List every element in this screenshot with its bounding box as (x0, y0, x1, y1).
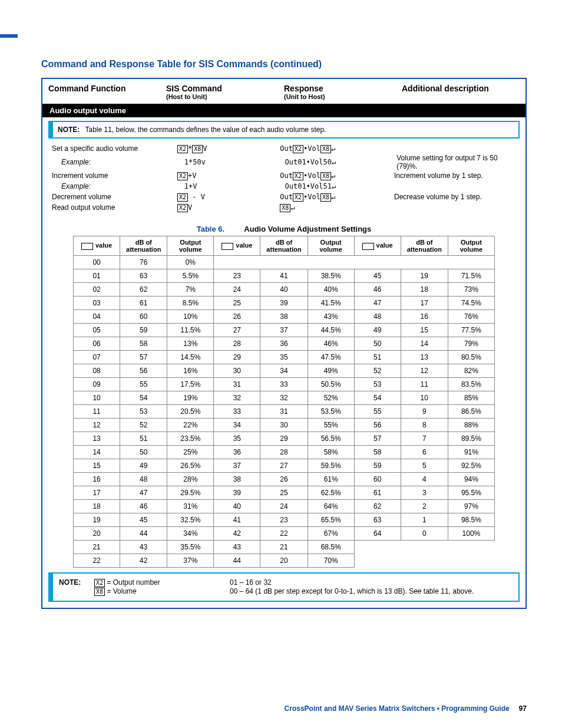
table-row: 105419%323252%541085% (74, 391, 495, 405)
th-sis-sub: (Host to Unit) (166, 93, 284, 100)
command-row: Read output volumeX2VX8↵ (48, 202, 520, 213)
table-caption: Table 6. Audio Volume Adjustment Setting… (42, 225, 525, 233)
th-desc: Additional description (402, 84, 520, 93)
table-row: 184631%402464%62297% (74, 500, 495, 513)
page-footer: CrossPoint and MAV Series Matrix Switche… (41, 704, 527, 713)
table-subheader-row: (Host to Unit) (Unit to Host) (42, 93, 525, 104)
table-row: 00760% (74, 256, 495, 269)
table-number: Table 6. (197, 225, 224, 233)
table-row: 02627%244040%461873% (74, 283, 495, 297)
x8-range: 00 – 64 (1 dB per step except for 0-to-1… (230, 587, 513, 596)
note-bar: NOTE: Table 11, below, the commands defi… (48, 121, 520, 139)
table-row: 095517.5%313350.5%531183.5% (74, 378, 495, 391)
table-row: 01635.5%234138.5%451971.5% (74, 269, 495, 283)
command-row: Example:1+VOut01•Vol51↵ (48, 181, 520, 192)
table-title: Audio Volume Adjustment Settings (244, 225, 371, 233)
table-row: 164828%382661%60494% (74, 473, 495, 486)
command-row: Increment volumeX2+VOutX2•VolX8↵Incremen… (48, 170, 520, 181)
table-row: 204434%422267%640100% (74, 527, 495, 541)
table-row: 194532.5%412365.5%63198.5% (74, 513, 495, 527)
table-row: 214335.5%432168.5% (74, 541, 495, 554)
table-row: 046010%263843%481676% (74, 310, 495, 324)
note-label: NOTE: (58, 126, 80, 134)
x2-icon: X2 (94, 579, 105, 587)
table-header-row: Command Function SIS Command Response Ad… (42, 79, 525, 93)
table-row: 065813%283646%501479% (74, 337, 495, 351)
x8-def: = Volume (107, 587, 136, 595)
th-function: Command Function (48, 84, 166, 93)
table-row: 145025%362858%58691% (74, 446, 495, 459)
page-number: 97 (519, 704, 527, 713)
section-title: Command and Response Table for SIS Comma… (41, 59, 527, 70)
footer-title: CrossPoint and MAV Series Matrix Switche… (285, 704, 510, 713)
table-row: 075714.5%293547.5%511380.5% (74, 351, 495, 364)
table-row: 055911.5%273744.5%491577.5% (74, 324, 495, 337)
th-resp-sub: (Unit to Host) (284, 93, 402, 100)
table-row: 174729.5%392562.5%61395.5% (74, 486, 495, 500)
group-header: Audio output volume (42, 104, 525, 117)
table-row: 224237%442070% (74, 554, 495, 568)
header-accent (0, 34, 18, 38)
command-row: Decrement volumeX2 - VOutX2•VolX8↵Decrea… (48, 192, 520, 202)
table-row: 115320.5%333153.5%55986.5% (74, 405, 495, 419)
table-row: 135123.5%352956.5%57789.5% (74, 432, 495, 446)
note-text: Table 11, below, the commands defines th… (85, 126, 326, 134)
th-sis: SIS Command (166, 84, 284, 93)
table-row: 085616%303449%521282% (74, 364, 495, 378)
command-row: Set a specific audio volumeX2*X8VOutX2•V… (48, 143, 520, 154)
table-row: 125222%343055%56888% (74, 419, 495, 432)
table-row: 03618.5%253941.5%471774.5% (74, 297, 495, 310)
x2-def: = Output number (107, 578, 160, 587)
footnote-label: NOTE: (59, 578, 94, 587)
th-response: Response (284, 84, 402, 93)
x2-range: 01 – 16 or 32 (230, 578, 513, 587)
volume-table: valuedB ofattenuationOutputvolumevaluedB… (73, 236, 495, 568)
command-table-frame: Command Function SIS Command Response Ad… (41, 78, 527, 609)
command-rows: Set a specific audio volumeX2*X8VOutX2•V… (42, 142, 525, 219)
command-row: Example:1*50vOut01•Vol50↵Volume setting … (48, 154, 520, 170)
table-row: 154926.5%372759.5%59592.5% (74, 459, 495, 473)
x8-icon: X8 (94, 588, 105, 596)
footnote-box: NOTE: X2 = Output number 01 – 16 or 32 X… (48, 572, 520, 602)
